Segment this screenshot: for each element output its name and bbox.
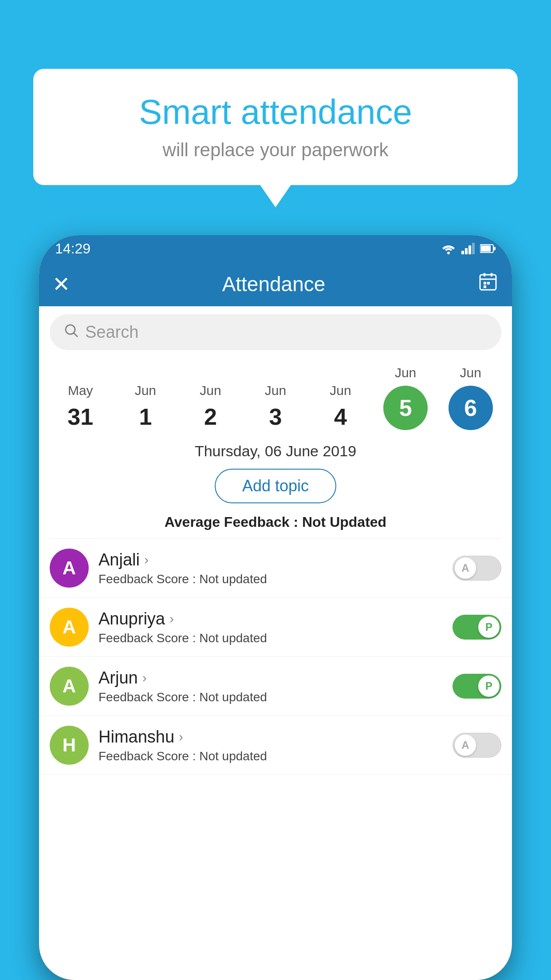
wifi-icon [441, 243, 456, 254]
svg-rect-12 [484, 282, 486, 285]
chevron-icon: › [169, 611, 174, 626]
toggle-himanshu[interactable]: A [453, 733, 501, 758]
status-time: 14:29 [55, 241, 91, 257]
calendar-day-2[interactable]: Jun 2 [186, 383, 235, 430]
speech-bubble-title: Smart attendance [60, 93, 491, 131]
student-name-arjun: Arjun › [98, 668, 453, 688]
calendar-day-6[interactable]: Jun 6 [446, 365, 495, 430]
svg-rect-3 [468, 245, 471, 254]
student-name-anjali: Anjali › [98, 550, 453, 569]
chevron-icon: › [179, 729, 183, 744]
student-avatar-himanshu: H [50, 726, 89, 765]
calendar-circle-green: 5 [383, 386, 428, 430]
svg-point-15 [66, 325, 75, 334]
student-item-arjun: A Arjun › Feedback Score : Not updated P [39, 657, 512, 716]
phone-screen: 14:29 [39, 235, 512, 980]
student-info-anjali[interactable]: Anjali › Feedback Score : Not updated [98, 550, 453, 586]
phone-frame: 14:29 [39, 235, 512, 980]
attendance-toggle-anupriya[interactable]: P [453, 615, 501, 640]
speech-bubble: Smart attendance will replace your paper… [33, 69, 518, 185]
student-item-anupriya: A Anupriya › Feedback Score : Not update… [39, 598, 512, 657]
svg-rect-6 [481, 245, 491, 252]
toggle-arjun[interactable]: P [453, 674, 501, 699]
search-icon [63, 322, 79, 342]
svg-rect-7 [494, 247, 496, 250]
calendar-day-0[interactable]: May 31 [56, 383, 105, 430]
svg-point-0 [447, 252, 450, 254]
student-avatar-anjali: A [50, 549, 89, 588]
student-avatar-arjun: A [50, 667, 89, 706]
svg-rect-2 [465, 248, 468, 254]
student-name-himanshu: Himanshu › [98, 727, 453, 747]
speech-bubble-container: Smart attendance will replace your paper… [33, 69, 518, 185]
search-placeholder: Search [85, 323, 138, 342]
calendar-day-1[interactable]: Jun 1 [121, 383, 170, 430]
signal-icon [461, 243, 475, 254]
student-feedback-anjali: Feedback Score : Not updated [98, 572, 453, 586]
calendar-circle-blue: 6 [449, 386, 493, 430]
toggle-anjali[interactable]: A [453, 556, 501, 581]
chevron-icon: › [142, 670, 147, 685]
student-feedback-himanshu: Feedback Score : Not updated [98, 749, 453, 763]
student-feedback-arjun: Feedback Score : Not updated [98, 690, 453, 704]
search-bar[interactable]: Search [50, 314, 501, 350]
add-topic-container: Add topic [39, 469, 512, 503]
status-bar: 14:29 [39, 235, 512, 262]
toggle-anupriya[interactable]: P [453, 615, 501, 640]
svg-rect-14 [484, 285, 486, 288]
student-list: A Anjali › Feedback Score : Not updated … [39, 539, 512, 775]
selected-date: Thursday, 06 June 2019 [39, 435, 512, 465]
attendance-toggle-arjun[interactable]: P [453, 674, 501, 699]
svg-line-16 [74, 333, 78, 337]
battery-icon [480, 244, 496, 253]
average-feedback: Average Feedback : Not Updated [39, 510, 512, 538]
status-icons [441, 243, 496, 254]
student-feedback-anupriya: Feedback Score : Not updated [98, 631, 453, 645]
close-button[interactable]: ✕ [52, 272, 70, 296]
svg-rect-13 [487, 282, 490, 285]
student-info-arjun[interactable]: Arjun › Feedback Score : Not updated [98, 668, 453, 704]
chevron-icon: › [144, 552, 149, 567]
svg-rect-4 [472, 243, 475, 254]
student-item-himanshu: H Himanshu › Feedback Score : Not update… [39, 716, 512, 775]
calendar-day-3[interactable]: Jun 3 [251, 383, 300, 430]
app-header: ✕ Attendance [39, 262, 512, 306]
student-item-anjali: A Anjali › Feedback Score : Not updated … [39, 539, 512, 598]
student-avatar-anupriya: A [50, 608, 89, 647]
student-info-anupriya[interactable]: Anupriya › Feedback Score : Not updated [98, 609, 453, 645]
search-container: Search [39, 306, 512, 356]
calendar-strip: May 31 Jun 1 Jun 2 Jun 3 Jun 4 [39, 356, 512, 435]
attendance-toggle-anjali[interactable]: A [453, 556, 501, 581]
calendar-day-4[interactable]: Jun 4 [316, 383, 365, 430]
header-title: Attendance [222, 272, 326, 296]
speech-bubble-subtitle: will replace your paperwork [60, 139, 491, 161]
calendar-day-5[interactable]: Jun 5 [381, 365, 430, 430]
add-topic-button[interactable]: Add topic [215, 469, 336, 503]
calendar-icon[interactable] [477, 271, 499, 297]
attendance-toggle-himanshu[interactable]: A [453, 733, 501, 758]
student-name-anupriya: Anupriya › [98, 609, 453, 628]
student-info-himanshu[interactable]: Himanshu › Feedback Score : Not updated [98, 727, 453, 763]
svg-rect-1 [461, 251, 464, 254]
